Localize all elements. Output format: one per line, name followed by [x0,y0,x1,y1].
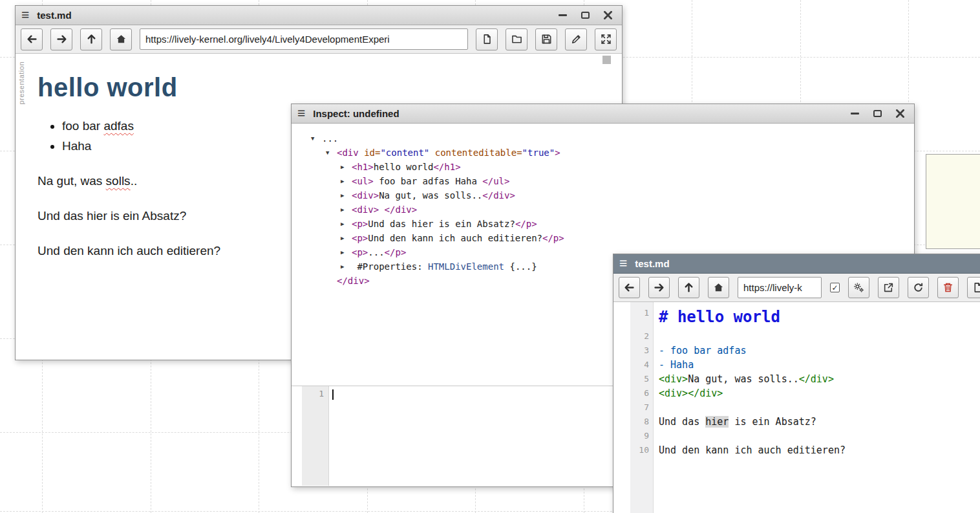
home-button[interactable] [708,277,729,298]
line-content[interactable]: - foo bar adfas [653,344,746,358]
external-link-icon [883,282,894,293]
markdown-heading[interactable]: hello world [37,73,609,102]
tree-line[interactable]: ▶<p>Und den kann ich auch editieren?</p> [292,231,914,245]
text-segment: <div [337,147,359,158]
tree-line[interactable]: ▶<ul> foo bar adfas Haha </ul> [292,174,914,188]
expand-arrow-icon[interactable]: ▶ [341,259,352,274]
line-number: 6 [630,386,653,400]
editor-line[interactable]: 3- foo bar adfas [613,344,980,358]
new-file-button[interactable] [476,28,498,50]
expand-arrow-icon[interactable]: ▶ [341,160,352,174]
refresh-icon [913,282,924,293]
editor-line[interactable]: 4- Haha [613,358,980,372]
edit-button[interactable] [565,28,587,50]
maximize-button[interactable] [871,108,883,120]
editor-line[interactable]: 1# hello world [613,306,980,329]
text-segment: Haha [62,139,91,153]
editor-line[interactable]: 8Und das hier is ein Absatz? [613,415,980,429]
text-segment: contenteditable= [429,147,522,158]
text-segment: # hello world [659,308,780,326]
window-menu-icon[interactable]: ≡ [619,256,627,270]
editor-line[interactable]: 5<div>Na gut, was solls..</div> [613,372,980,386]
forward-button[interactable] [50,28,72,50]
back-button[interactable] [619,277,640,298]
close-button[interactable] [894,108,906,120]
collapse-arrow-icon[interactable]: ▼ [326,146,337,160]
window-menu-icon[interactable]: ≡ [297,106,305,120]
refresh-button[interactable] [908,277,929,298]
window-menu-icon[interactable]: ≡ [21,8,29,21]
close-button[interactable] [602,10,613,21]
url-input[interactable] [140,28,468,50]
back-arrow-icon [624,282,635,293]
minimize-button[interactable] [849,108,860,120]
settings-button[interactable] [848,277,869,298]
tree-line[interactable]: ▶<div>Na gut, was solls..</div> [292,188,914,202]
line-content[interactable]: <div></div> [653,386,723,400]
line-number: 4 [630,358,653,372]
back-button[interactable] [21,28,43,50]
delete-button[interactable] [937,277,959,298]
tree-line[interactable]: ▼<div id="content" contenteditable="true… [292,146,914,160]
line-content[interactable] [653,329,659,344]
open-folder-button[interactable] [506,28,527,50]
tree-line[interactable]: ▶<p>Und das hier is ein Absatz?</p> [292,217,914,231]
option-checkbox[interactable]: ✓ [830,283,840,292]
text-segment: > [555,147,560,158]
expand-arrow-icon[interactable]: ▶ [341,217,352,231]
maximize-icon [873,110,882,117]
editor-line[interactable]: 7 [613,400,980,415]
open-external-button[interactable] [878,277,899,298]
source-editor[interactable]: 1# hello world23- foo bar adfas4- Haha5<… [613,302,980,513]
tree-line[interactable]: ▶<h1>hello world</h1> [292,160,914,174]
up-button[interactable] [80,28,102,50]
expand-arrow-icon[interactable]: ▶ [341,202,352,217]
minimize-button[interactable] [557,10,568,21]
url-input[interactable] [738,277,822,298]
titlebar[interactable]: ≡ test.md [16,6,622,25]
expand-arrow-icon[interactable]: ▶ [341,245,352,259]
editor-line[interactable]: 2 [613,329,980,344]
check-icon: ✓ [831,284,838,292]
forward-button[interactable] [648,277,670,298]
titlebar[interactable]: ≡ test.md [613,254,980,274]
up-button[interactable] [678,277,699,298]
tree-line[interactable]: ▶<div> </div> [292,202,914,217]
collapse-arrow-icon[interactable]: ▼ [311,131,322,146]
text-segment: foo bar [62,119,103,133]
expand-arrow-icon[interactable]: ▶ [341,174,352,188]
titlebar[interactable]: ≡ Inspect: undefined [292,104,914,124]
line-content[interactable]: # hello world [653,306,780,329]
save-button[interactable] [535,28,557,50]
editor-line[interactable]: 10Und den kann ich auch editieren? [613,443,980,457]
pencil-icon [571,34,582,45]
home-icon [116,34,127,45]
close-icon [603,10,613,20]
home-button[interactable] [110,28,132,50]
line-content[interactable]: <div>Na gut, was solls..</div> [653,372,834,386]
text-segment: #Properties: [352,261,428,272]
editor-line[interactable]: 9 [613,429,980,443]
line-number: 8 [630,415,653,429]
new-file-button[interactable] [967,277,980,298]
fullscreen-button[interactable] [595,28,617,50]
text-segment: ... [322,133,338,144]
scroll-grip[interactable] [602,56,611,64]
expand-arrow-icon[interactable]: ▶ [341,188,352,202]
background-window-fragment[interactable] [926,154,980,249]
line-content[interactable] [653,429,659,443]
maximize-button[interactable] [579,10,591,21]
text-segment: .. [131,174,138,188]
text-segment: Na gut, was solls.. [379,190,482,201]
editor-line[interactable]: 6<div></div> [613,386,980,400]
text-segment: </p> [542,233,564,243]
line-content[interactable]: Und das hier is ein Absatz? [653,415,816,429]
text-segment: ... [368,247,384,257]
text-segment: <div> [352,190,379,201]
line-content[interactable] [653,400,659,415]
line-content[interactable]: - Haha [653,358,694,372]
line-number: 10 [630,443,653,457]
expand-arrow-icon[interactable]: ▶ [341,231,352,245]
line-content[interactable]: Und den kann ich auch editieren? [653,443,846,457]
tree-line[interactable]: ▼... [292,131,914,146]
